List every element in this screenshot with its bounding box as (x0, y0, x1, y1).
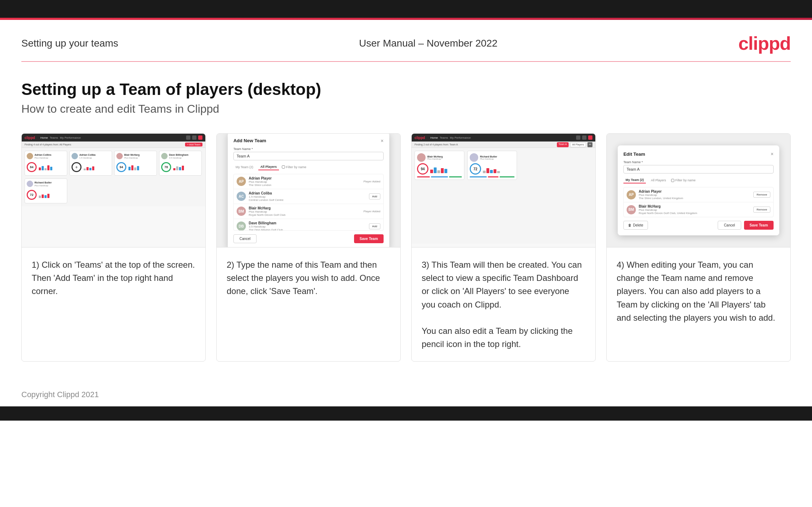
top-bar (0, 0, 812, 18)
player-avatar-db: DB (237, 222, 246, 231)
modal-edit-tabs: My Team (2) All Players Filter by name (623, 177, 774, 183)
player-name-bm: Blair McHarg (249, 206, 363, 210)
player-info-ap: Adrian Player Plus HandicapThe Shire Lon… (249, 176, 363, 187)
step-4-card: Edit Team × Team Name * My Team (2) All … (606, 133, 791, 362)
modal-player-row: AP Adrian Player Plus HandicapThe Shire … (234, 174, 383, 189)
modal-edit-footer: 🗑 Delete Cancel Save Team (623, 221, 774, 230)
filter-checkbox[interactable] (282, 165, 285, 169)
edit-player-info-ap: Adrian Player Plus HandicapThe Shire Lon… (639, 190, 753, 200)
step-3-description: 3) This Team will then be created. You c… (412, 247, 595, 361)
modal-add-title: Add New Team (233, 138, 266, 143)
player-name-ac: Adrian Coliba (249, 191, 369, 195)
player-info-db: Dave Billingham 3.5 HandicapThe Ding May… (249, 221, 369, 231)
edit-filter-checkbox[interactable] (671, 179, 674, 182)
player-club-bm: Plus HandicapRoyal North Devon Golf Club (249, 210, 363, 217)
modal-edit-player-row-bm: BM Blair McHarg Plus HandicapRoyal North… (624, 202, 773, 217)
footer: Copyright Clippd 2021 (0, 383, 812, 406)
trash-icon: 🗑 (628, 223, 632, 227)
step3-player-name-bm: Blair McHarg (427, 155, 443, 158)
modal-add-team: Add New Team × Team Name * My Team (2) A… (228, 134, 389, 247)
modal-player-row: AC Adrian Coliba 1.5 HandicapCentral Lon… (234, 189, 383, 204)
bottom-bar (0, 406, 812, 421)
modal-edit-close[interactable]: × (771, 151, 774, 157)
step3-card-rb: Richard Butler Plus Handicap 72 (467, 151, 517, 180)
step3-bars-bm (430, 165, 447, 173)
modal-player-row: DB Dave Billingham 3.5 HandicapThe Ding … (234, 219, 383, 231)
step3-score-bm: 94 (417, 163, 462, 175)
step-1-card: clippd Home Teams My Performance Finding… (21, 133, 206, 362)
modal-edit-cancel-button[interactable]: Cancel (718, 221, 741, 230)
modal-edit-filter: Filter by name (671, 178, 696, 182)
step-4-screenshot: Edit Team × Team Name * My Team (2) All … (607, 134, 790, 247)
modal-add-close[interactable]: × (381, 138, 384, 144)
header-manual-title: User Manual – November 2022 (359, 38, 497, 49)
step-2-screenshot: Add New Team × Team Name * My Team (2) A… (217, 134, 400, 247)
modal-player-row: BM Blair McHarg Plus HandicapRoyal North… (234, 204, 383, 219)
header-divider (21, 61, 791, 62)
step3-bars-rb (483, 165, 500, 173)
modal-edit-header: Edit Team × (623, 151, 774, 157)
page-subtitle: How to create and edit Teams in Clippd (21, 102, 791, 116)
step3-player-name-rb: Richard Butler (480, 155, 497, 158)
player-added-bm: Player Added (363, 210, 380, 213)
edit-player-info-bm: Blair McHarg Plus HandicapRoyal North De… (639, 204, 753, 215)
edit-player-name-bm: Blair McHarg (639, 204, 753, 208)
edit-player-avatar-bm: BM (627, 205, 636, 214)
player-name-ap: Adrian Player (249, 176, 363, 180)
player-info-ac: Adrian Coliba 1.5 HandicapCentral London… (249, 191, 369, 202)
add-player-ac-button[interactable]: Add (369, 193, 380, 199)
clippd-logo: clippd (738, 33, 791, 54)
step3-content: Blair McHarg Plus Handicap 94 (412, 148, 595, 244)
player-club-db: 3.5 HandicapThe Ding Maying Golf Club (249, 225, 369, 231)
modal-player-list: AP Adrian Player Plus HandicapThe Shire … (233, 174, 384, 231)
modal-edit-title: Edit Team (623, 151, 645, 157)
modal-team-name-label: Team Name * (233, 147, 384, 151)
player-name-db: Dave Billingham (249, 221, 369, 225)
edit-player-club-bm: Plus HandicapRoyal North Devon Golf Club… (639, 208, 753, 215)
steps-container: clippd Home Teams My Performance Finding… (0, 126, 812, 383)
remove-player-ap-button[interactable]: Remove (753, 192, 770, 198)
modal-team-name-input[interactable] (233, 152, 384, 160)
modal-tab-allplayers[interactable]: All Players (258, 164, 279, 170)
step-3-screenshot: clippd Home Teams My Performance Finding… (412, 134, 595, 247)
modal-edit-player-list: AP Adrian Player Plus HandicapThe Shire … (623, 187, 774, 217)
step3-player-header-bm: Blair McHarg Plus Handicap (417, 153, 462, 162)
step-1-description: 1) Click on 'Teams' at the top of the sc… (22, 247, 205, 361)
page-title-area: Setting up a Team of players (desktop) H… (0, 62, 812, 126)
header: Setting up your teams User Manual – Nove… (0, 20, 812, 61)
mockup-topbar-3: clippd Home Teams My Performance (412, 134, 595, 142)
modal-edit-tab-allplayers[interactable]: All Players (649, 177, 668, 183)
step3-score-rb: 72 (470, 163, 515, 175)
modal-edit-name-label: Team Name * (623, 160, 774, 164)
edit-player-avatar-ap: AP (627, 190, 636, 199)
step-2-card: Add New Team × Team Name * My Team (2) A… (216, 133, 401, 362)
add-player-db-button[interactable]: Add (369, 223, 380, 229)
modal-edit-player-row-ap: AP Adrian Player Plus HandicapThe Shire … (624, 187, 773, 202)
modal-save-team-button[interactable]: Save Team (354, 234, 384, 243)
remove-player-bm-button[interactable]: Remove (753, 207, 770, 213)
modal-tabs: My Team (2) All Players Filter by name (233, 164, 384, 170)
step-4-description: 4) When editing your Team, you can chang… (607, 247, 790, 361)
player-avatar-ap: AP (237, 177, 246, 186)
step3-card-bm: Blair McHarg Plus Handicap 94 (415, 151, 464, 180)
modal-edit-name-input[interactable] (623, 165, 774, 174)
modal-edit-save-team-button[interactable]: Save Team (744, 221, 774, 230)
modal-filter: Filter by name (282, 165, 306, 169)
modal-add-overlay: Add New Team × Team Name * My Team (2) A… (217, 134, 400, 247)
player-avatar-ac: AC (237, 192, 246, 201)
mockup-topbar-1: clippd Home Teams My Performance (22, 134, 205, 142)
player-info-bm: Blair McHarg Plus HandicapRoyal North De… (249, 206, 363, 217)
modal-edit-overlay: Edit Team × Team Name * My Team (2) All … (607, 134, 790, 247)
player-club-ap: Plus HandicapThe Shire London (249, 180, 363, 187)
modal-tab-myteam[interactable]: My Team (2) (233, 164, 255, 170)
modal-edit-tab-myteam[interactable]: My Team (2) (623, 177, 646, 183)
header-section-label: Setting up your teams (21, 38, 118, 49)
player-club-ac: 1.5 HandicapCentral London Golf Centre (249, 195, 369, 202)
delete-label: Delete (633, 223, 643, 227)
step-1-screenshot: clippd Home Teams My Performance Finding… (22, 134, 205, 247)
modal-cancel-button[interactable]: Cancel (233, 234, 257, 243)
modal-add-footer: Cancel Save Team (233, 234, 384, 243)
modal-delete-button[interactable]: 🗑 Delete (623, 221, 648, 230)
step3-player-cards: Blair McHarg Plus Handicap 94 (415, 151, 592, 180)
copyright-text: Copyright Clippd 2021 (21, 390, 99, 399)
